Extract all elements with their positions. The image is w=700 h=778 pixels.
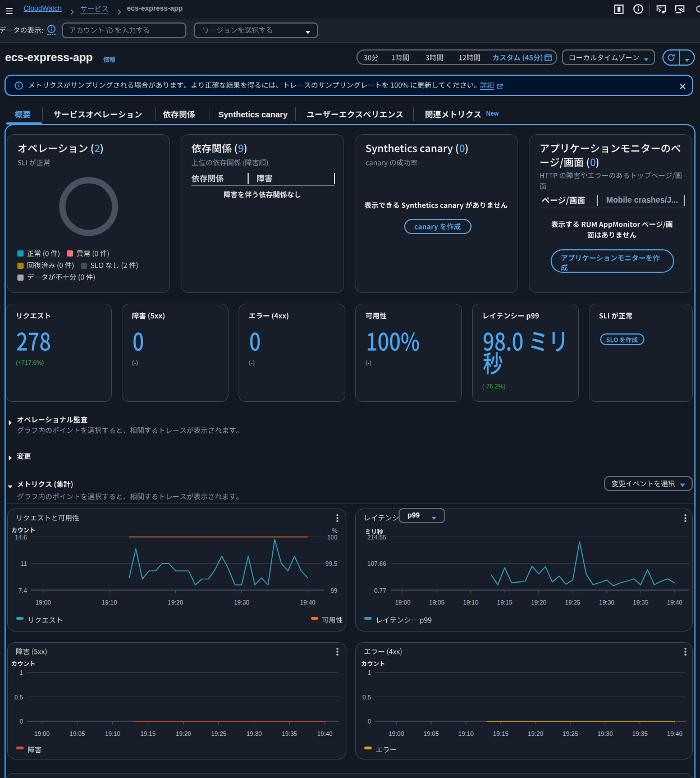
svg-text:%: % [332, 527, 337, 534]
svg-text:0.5: 0.5 [15, 694, 23, 701]
svg-text:7.4: 7.4 [19, 587, 27, 594]
svg-text:19:00: 19:00 [388, 730, 404, 737]
svg-text:99.5: 99.5 [326, 560, 337, 567]
svg-text:19:20: 19:20 [176, 730, 191, 737]
svg-text:19:10: 19:10 [463, 599, 479, 606]
svg-text:19:10: 19:10 [102, 599, 117, 606]
svg-text:19:25: 19:25 [562, 730, 578, 737]
svg-text:19:35: 19:35 [282, 730, 298, 737]
svg-text:11: 11 [21, 560, 27, 567]
svg-text:19:25: 19:25 [211, 730, 227, 737]
svg-text:19:20: 19:20 [168, 599, 184, 606]
svg-text:19:35: 19:35 [633, 599, 649, 606]
svg-text:1: 1 [368, 669, 371, 676]
svg-text:19:10: 19:10 [458, 730, 474, 737]
svg-text:19:00: 19:00 [34, 730, 50, 737]
svg-text:19:20: 19:20 [528, 730, 543, 737]
svg-text:19:30: 19:30 [599, 599, 615, 606]
svg-text:0: 0 [368, 718, 371, 725]
svg-text:19:15: 19:15 [493, 730, 509, 737]
svg-text:99: 99 [331, 587, 337, 594]
svg-text:19:05: 19:05 [429, 599, 445, 606]
svg-text:0: 0 [20, 718, 23, 725]
svg-text:1: 1 [20, 669, 23, 676]
svg-text:19:30: 19:30 [246, 730, 262, 737]
svg-text:107.66: 107.66 [367, 560, 386, 567]
svg-text:19:40: 19:40 [317, 730, 333, 737]
svg-text:19:05: 19:05 [423, 730, 439, 737]
svg-text:0.77: 0.77 [374, 587, 386, 594]
svg-text:19:25: 19:25 [565, 599, 580, 606]
svg-text:19:15: 19:15 [497, 599, 513, 606]
svg-text:19:05: 19:05 [70, 730, 85, 737]
svg-text:19:00: 19:00 [35, 599, 51, 606]
svg-text:19:00: 19:00 [395, 599, 411, 606]
svg-text:19:30: 19:30 [597, 730, 613, 737]
svg-text:0.5: 0.5 [363, 694, 371, 701]
svg-text:19:35: 19:35 [632, 730, 648, 737]
svg-text:19:40: 19:40 [667, 730, 683, 737]
svg-text:14.6: 14.6 [15, 534, 27, 541]
svg-text:19:30: 19:30 [234, 599, 250, 606]
svg-text:19:40: 19:40 [667, 599, 683, 606]
svg-text:19:40: 19:40 [300, 599, 315, 606]
svg-text:100: 100 [327, 534, 337, 541]
svg-text:19:20: 19:20 [531, 599, 547, 606]
svg-text:19:10: 19:10 [105, 730, 121, 737]
svg-text:19:15: 19:15 [140, 730, 156, 737]
